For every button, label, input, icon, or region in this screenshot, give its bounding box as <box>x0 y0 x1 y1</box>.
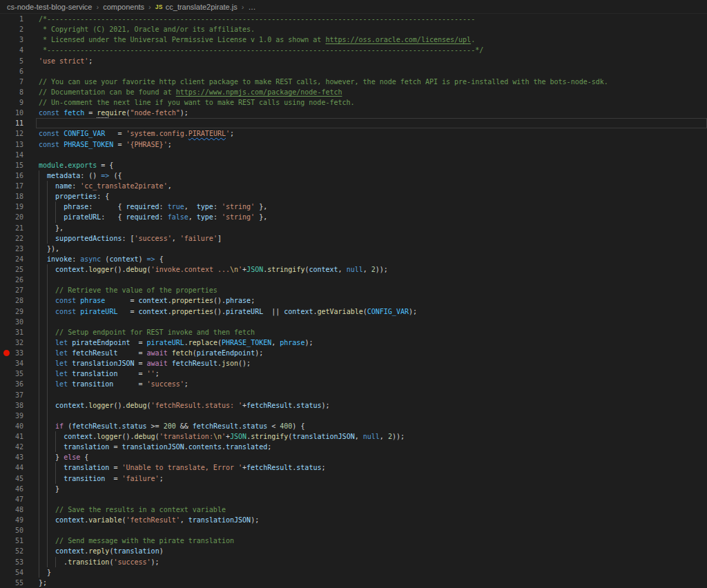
line-number[interactable]: 46 <box>12 484 23 494</box>
code-content[interactable]: // Un-comment the next line if you want … <box>23 97 707 108</box>
glyph-margin[interactable] <box>0 400 12 411</box>
line-number[interactable]: 54 <box>12 567 23 578</box>
code-content[interactable]: // Send message with the pirate translat… <box>23 536 707 546</box>
glyph-margin[interactable] <box>0 369 12 379</box>
line-number[interactable]: 52 <box>12 546 23 556</box>
line-number[interactable]: 26 <box>12 275 23 285</box>
line-number[interactable]: 3 <box>12 35 23 45</box>
code-content[interactable]: .transition('success'); <box>23 557 707 567</box>
line-number[interactable]: 44 <box>12 462 23 473</box>
code-content[interactable]: // Documentation can be found at https:/… <box>23 87 707 97</box>
code-content[interactable] <box>23 118 707 128</box>
line-number[interactable]: 21 <box>12 223 23 233</box>
code-content[interactable]: *---------------------------------------… <box>23 45 707 55</box>
breadcrumb-folder[interactable]: components <box>103 3 144 11</box>
glyph-margin[interactable] <box>0 578 12 588</box>
code-content[interactable]: let pirateEndpoint = pirateURL.replace(P… <box>23 337 707 348</box>
line-number[interactable]: 27 <box>12 285 23 295</box>
line-number[interactable]: 13 <box>12 139 23 150</box>
line-number[interactable]: 53 <box>12 557 23 567</box>
code-content[interactable] <box>23 525 707 536</box>
glyph-margin[interactable] <box>0 202 12 212</box>
breakpoint-dot[interactable] <box>0 348 12 358</box>
glyph-margin[interactable] <box>0 118 12 128</box>
glyph-margin[interactable] <box>0 484 12 494</box>
glyph-margin[interactable] <box>0 128 12 139</box>
line-number[interactable]: 6 <box>12 66 23 77</box>
glyph-margin[interactable] <box>0 494 12 504</box>
line-number[interactable]: 45 <box>12 473 23 484</box>
code-content[interactable]: properties: { <box>23 191 707 202</box>
glyph-margin[interactable] <box>0 317 12 327</box>
line-number[interactable]: 38 <box>12 400 23 411</box>
code-content[interactable]: const fetch = require("node-fetch"); <box>23 108 707 118</box>
glyph-margin[interactable] <box>0 56 12 66</box>
glyph-margin[interactable] <box>0 421 12 431</box>
glyph-margin[interactable] <box>0 275 12 285</box>
glyph-margin[interactable] <box>0 150 12 160</box>
line-number[interactable]: 31 <box>12 327 23 337</box>
glyph-margin[interactable] <box>0 473 12 484</box>
code-content[interactable]: /*--------------------------------------… <box>23 14 707 24</box>
glyph-margin[interactable] <box>0 557 12 567</box>
line-number[interactable]: 16 <box>12 170 23 181</box>
code-content[interactable]: } else { <box>23 452 707 462</box>
code-content[interactable] <box>23 390 707 400</box>
glyph-margin[interactable] <box>0 327 12 337</box>
line-number[interactable]: 23 <box>12 244 23 254</box>
glyph-margin[interactable] <box>0 139 12 150</box>
glyph-margin[interactable] <box>0 108 12 118</box>
line-number[interactable]: 20 <box>12 212 23 222</box>
code-content[interactable]: context.reply(translation) <box>23 546 707 556</box>
line-number[interactable]: 2 <box>12 24 23 35</box>
code-content[interactable]: context.logger().debug('fetchResult.stat… <box>23 400 707 411</box>
line-number[interactable]: 24 <box>12 254 23 264</box>
code-content[interactable]: context.variable('fetchResult', translat… <box>23 515 707 525</box>
line-number[interactable]: 50 <box>12 525 23 536</box>
line-number[interactable]: 25 <box>12 264 23 275</box>
code-content[interactable]: supportedActions: ['success', 'failure'] <box>23 233 707 244</box>
glyph-margin[interactable] <box>0 546 12 556</box>
line-number[interactable]: 14 <box>12 150 23 160</box>
code-content[interactable]: let transition = 'success'; <box>23 379 707 389</box>
line-number[interactable]: 12 <box>12 128 23 139</box>
glyph-margin[interactable] <box>0 35 12 45</box>
line-number[interactable]: 29 <box>12 306 23 317</box>
glyph-margin[interactable] <box>0 462 12 473</box>
code-content[interactable] <box>23 494 707 504</box>
line-number[interactable]: 7 <box>12 77 23 87</box>
code-content[interactable]: translation = 'Unable to translate, Erro… <box>23 462 707 473</box>
code-content[interactable]: name: 'cc_translate2pirate', <box>23 181 707 191</box>
glyph-margin[interactable] <box>0 66 12 77</box>
line-number[interactable]: 10 <box>12 108 23 118</box>
glyph-margin[interactable] <box>0 181 12 191</box>
code-content[interactable]: let fetchResult = await fetch(pirateEndp… <box>23 348 707 358</box>
glyph-margin[interactable] <box>0 442 12 452</box>
line-number[interactable]: 39 <box>12 411 23 421</box>
line-number[interactable]: 49 <box>12 515 23 525</box>
glyph-margin[interactable] <box>0 14 12 24</box>
comment-link[interactable]: https://oss.oracle.com/licenses/upl <box>325 36 471 43</box>
code-content[interactable]: const CONFIG_VAR = 'system.config.PIRATE… <box>23 128 707 139</box>
code-content[interactable]: * Licensed under the Universal Permissiv… <box>23 35 707 45</box>
line-number[interactable]: 43 <box>12 452 23 462</box>
glyph-margin[interactable] <box>0 515 12 525</box>
glyph-margin[interactable] <box>0 306 12 317</box>
glyph-margin[interactable] <box>0 254 12 264</box>
line-number[interactable]: 48 <box>12 504 23 515</box>
glyph-margin[interactable] <box>0 379 12 389</box>
glyph-margin[interactable] <box>0 567 12 578</box>
breadcrumb-symbol-ellipsis[interactable]: … <box>248 3 255 11</box>
code-content[interactable]: if (fetchResult.status >= 200 && fetchRe… <box>23 421 707 431</box>
line-number[interactable]: 17 <box>12 181 23 191</box>
line-number[interactable]: 51 <box>12 536 23 546</box>
line-number[interactable]: 42 <box>12 442 23 452</box>
line-number[interactable]: 4 <box>12 45 23 55</box>
code-content[interactable]: }, <box>23 223 707 233</box>
breadcrumb-project[interactable]: cs-node-test-blog-service <box>7 3 93 11</box>
line-number[interactable]: 37 <box>12 390 23 400</box>
glyph-margin[interactable] <box>0 295 12 306</box>
breadcrumb-file[interactable]: cc_translate2pirate.js <box>166 3 238 11</box>
code-content[interactable] <box>23 411 707 421</box>
code-content[interactable]: const phrase = context.properties().phra… <box>23 295 707 306</box>
